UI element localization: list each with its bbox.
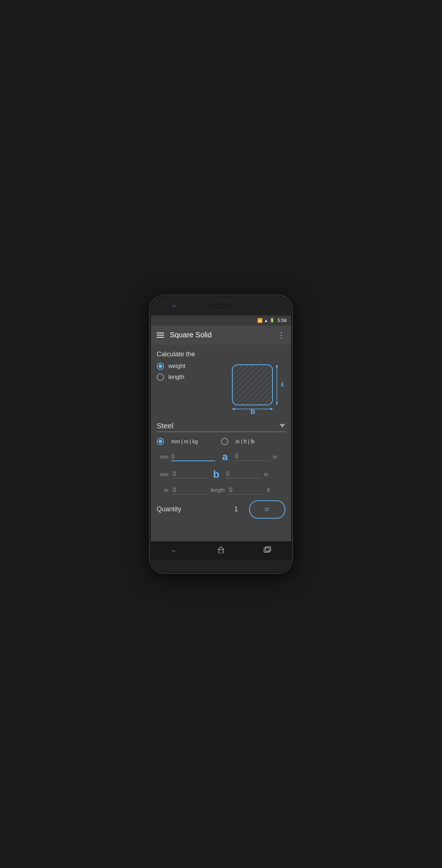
back-button[interactable]: ←	[163, 543, 185, 558]
imperial-option[interactable]: in | ft | lb	[221, 438, 285, 445]
battery-icon: 🔋	[270, 318, 275, 323]
svg-marker-19	[276, 402, 278, 405]
metric-option[interactable]: mm | m | kg	[157, 438, 221, 445]
length-row: m length ft	[157, 486, 285, 494]
field-b-letter: b	[211, 469, 222, 480]
toolbar: Square Solid ⋮	[151, 326, 291, 345]
svg-rect-1	[232, 365, 273, 405]
signal-icon: ▲	[264, 318, 268, 323]
length-unit-left: m	[157, 487, 168, 493]
wifi-icon: 📶	[257, 318, 263, 323]
svg-line-10	[234, 368, 273, 407]
imperial-radio-circle[interactable]	[221, 438, 228, 445]
calculate-button[interactable]: =	[249, 500, 285, 519]
quantity-label: Quantity	[157, 505, 229, 513]
speaker-icon	[210, 304, 232, 308]
radio-length[interactable]: length	[157, 374, 224, 381]
svg-marker-23	[270, 408, 273, 410]
field-a-row: mm a in	[157, 451, 285, 463]
length-label: length	[211, 487, 225, 493]
back-icon: ←	[171, 546, 178, 555]
svg-text:b: b	[251, 408, 255, 414]
recents-icon	[264, 546, 272, 555]
quantity-value: 1	[229, 505, 243, 513]
svg-rect-0	[232, 365, 273, 405]
field-a-unit-right: in	[273, 454, 280, 460]
field-a-right-input[interactable]	[233, 452, 270, 461]
quantity-row: Quantity 1 =	[157, 500, 285, 519]
radio-weight[interactable]: weight	[157, 363, 224, 370]
radio-group: weight length	[157, 361, 224, 384]
field-b-row: mm b in	[157, 469, 285, 480]
camera-icon	[173, 304, 176, 307]
svg-line-13	[251, 385, 273, 407]
svg-text:a: a	[281, 380, 283, 388]
svg-line-11	[240, 374, 273, 407]
status-icons: 📶 ▲ 🔋 5:58	[257, 318, 287, 323]
status-time: 5:58	[278, 318, 287, 323]
svg-line-9	[229, 363, 234, 368]
svg-marker-18	[276, 364, 278, 367]
field-b-unit-right: in	[264, 471, 271, 477]
top-bezel	[151, 296, 291, 315]
home-icon	[217, 546, 225, 555]
field-b-left-input[interactable]	[171, 470, 208, 478]
metric-label: mm | m | kg	[171, 439, 198, 444]
svg-line-4	[229, 363, 262, 396]
field-a-input-wrap	[171, 452, 215, 461]
metric-radio-circle[interactable]	[157, 438, 164, 445]
unit-row: mm | m | kg in | ft | lb	[157, 438, 285, 445]
length-left-input[interactable]	[171, 486, 208, 494]
radio-length-label: length	[168, 374, 184, 380]
length-right-input[interactable]	[228, 486, 264, 494]
svg-line-3	[229, 363, 267, 401]
imperial-label: in | ft | lb	[236, 439, 255, 444]
diagram-container: a b	[227, 361, 285, 416]
more-options-button[interactable]: ⋮	[278, 331, 285, 340]
hamburger-line-3	[157, 337, 164, 338]
field-a-unit-left: mm	[157, 454, 168, 460]
page-title: Square Solid	[170, 331, 278, 339]
field-b-unit-left: mm	[157, 471, 168, 477]
recents-button[interactable]	[257, 543, 279, 558]
bottom-bezel	[151, 560, 291, 572]
svg-rect-27	[266, 547, 271, 551]
svg-line-7	[229, 363, 245, 379]
svg-rect-25	[219, 550, 223, 553]
home-button[interactable]	[210, 543, 232, 558]
top-section: weight length	[157, 361, 285, 416]
field-a-input[interactable]	[171, 452, 215, 460]
radio-weight-circle[interactable]	[157, 363, 164, 370]
status-bar: 📶 ▲ 🔋 5:58	[151, 315, 291, 326]
radio-weight-label: weight	[168, 363, 185, 369]
app-container: Square Solid ⋮ Calculate the weight	[151, 326, 291, 560]
calculate-label: Calculate the	[157, 350, 285, 358]
phone-shell: 📶 ▲ 🔋 5:58 Square Solid ⋮ Calculate the	[150, 295, 292, 573]
content-area: Calculate the weight length	[151, 345, 291, 541]
field-b-right-input[interactable]	[225, 470, 261, 478]
svg-line-16	[267, 401, 273, 407]
square-diagram: a b	[229, 363, 283, 414]
hamburger-menu-button[interactable]	[157, 333, 164, 338]
svg-line-2	[229, 363, 273, 407]
radio-length-circle[interactable]	[157, 374, 164, 381]
svg-rect-26	[264, 548, 269, 552]
dropdown-arrow-icon[interactable]	[279, 424, 285, 428]
length-unit-right: ft	[267, 487, 274, 493]
svg-line-12	[245, 379, 273, 407]
svg-marker-22	[232, 408, 235, 410]
material-selector[interactable]: Steel	[157, 422, 285, 432]
field-a-letter: a	[220, 451, 230, 463]
hamburger-line-1	[157, 333, 164, 333]
bottom-nav: ←	[151, 541, 291, 560]
hamburger-line-2	[157, 335, 164, 336]
material-value: Steel	[157, 422, 279, 430]
